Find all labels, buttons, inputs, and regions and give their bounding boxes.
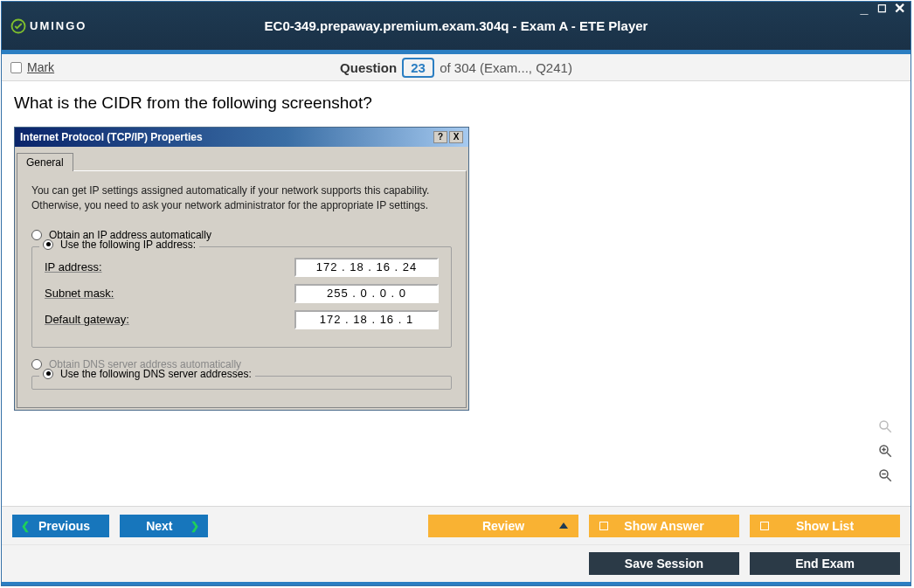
square-icon (760, 522, 769, 530)
zoom-in-icon[interactable] (876, 441, 895, 460)
checkbox-icon[interactable] (10, 62, 22, 73)
tab-body: You can get IP settings assigned automat… (17, 170, 467, 408)
question-total: of 304 (440, 60, 476, 75)
show-list-button[interactable]: Show List (750, 515, 900, 537)
logo-check-icon (10, 18, 26, 34)
button-label: Show List (796, 519, 854, 533)
save-session-button[interactable]: Save Session (589, 552, 739, 575)
button-label: Previous (38, 519, 90, 533)
tcp-description: You can get IP settings assigned automat… (31, 183, 452, 213)
svg-point-1 (880, 421, 888, 429)
triangle-up-icon (559, 522, 568, 529)
end-bar: Save Session End Exam (2, 544, 911, 582)
nav-bar: ❮ Previous Next ❯ Review Show Answer Sho… (2, 506, 911, 544)
button-label: Show Answer (624, 519, 703, 533)
previous-button[interactable]: ❮ Previous (12, 515, 109, 537)
help-icon[interactable]: ? (433, 131, 447, 143)
ip-group: Use the following IP address: IP address… (31, 246, 452, 348)
brand-text: UMINGO (30, 19, 87, 32)
zoom-reset-icon[interactable] (876, 417, 895, 436)
svg-line-2 (887, 428, 891, 432)
accent-bar-bottom (2, 582, 911, 585)
question-label: Question (340, 60, 397, 75)
show-answer-button[interactable]: Show Answer (589, 515, 739, 537)
mark-label: Mark (27, 60, 54, 74)
question-number[interactable]: 23 (402, 58, 434, 78)
input-gw[interactable]: 172 . 18 . 16 . 1 (294, 310, 439, 329)
tcp-titlebar: Internet Protocol (TCP/IP) Properties ? … (15, 128, 468, 147)
label-mask: Subnet mask: (45, 287, 114, 300)
question-meta: Question 23 of 304 (Exam..., Q241) (2, 58, 911, 78)
review-button[interactable]: Review (428, 515, 578, 537)
end-exam-button[interactable]: End Exam (750, 552, 900, 575)
dns-group: Use the following DNS server addresses: (31, 376, 452, 390)
svg-line-4 (887, 453, 891, 457)
tab-general[interactable]: General (17, 153, 73, 171)
chevron-right-icon: ❯ (190, 520, 199, 532)
radio-label: Use the following DNS server addresses: (60, 368, 252, 380)
button-label: Review (482, 519, 524, 533)
next-button[interactable]: Next ❯ (120, 515, 207, 537)
input-mask[interactable]: 255 . 0 . 0 . 0 (294, 284, 439, 303)
label-ip: IP address: (45, 260, 102, 273)
chevron-left-icon: ❮ (21, 520, 30, 532)
tcp-dialog: Internet Protocol (TCP/IP) Properties ? … (14, 127, 469, 411)
question-infobar: Mark Question 23 of 304 (Exam..., Q241) (2, 54, 911, 81)
titlebar: UMINGO EC0-349.prepaway.premium.exam.304… (2, 2, 911, 50)
question-text: What is the CIDR from the following scre… (14, 93, 898, 113)
tab-strip: General (15, 147, 468, 170)
question-context: (Exam..., Q241) (480, 60, 572, 75)
maximize-icon[interactable]: ☐ (876, 3, 888, 16)
zoom-controls (876, 417, 895, 485)
minimize-icon[interactable]: _ (858, 3, 870, 16)
radio-icon[interactable] (43, 369, 53, 379)
radio-use-dns[interactable]: Use the following DNS server addresses: (39, 368, 255, 380)
close-icon[interactable]: X (449, 131, 463, 143)
button-label: End Exam (795, 557, 855, 571)
radio-use-ip[interactable]: Use the following IP address: (39, 239, 199, 251)
mark-checkbox[interactable]: Mark (10, 60, 54, 74)
content-area: What is the CIDR from the following scre… (2, 81, 911, 495)
square-icon (599, 522, 608, 530)
label-gw: Default gateway: (45, 313, 129, 326)
tcp-title-text: Internet Protocol (TCP/IP) Properties (20, 131, 203, 143)
radio-label: Use the following IP address: (60, 239, 196, 251)
radio-icon[interactable] (31, 230, 42, 240)
input-ip[interactable]: 172 . 18 . 16 . 24 (294, 258, 439, 277)
radio-icon (31, 359, 42, 370)
radio-icon[interactable] (43, 239, 53, 250)
svg-line-8 (887, 477, 891, 481)
app-logo: UMINGO (10, 18, 87, 34)
button-label: Save Session (625, 557, 703, 571)
button-label: Next (146, 519, 172, 533)
close-icon[interactable]: ✕ (893, 3, 905, 16)
window-title: EC0-349.prepaway.premium.exam.304q - Exa… (2, 18, 911, 33)
zoom-out-icon[interactable] (876, 466, 895, 485)
